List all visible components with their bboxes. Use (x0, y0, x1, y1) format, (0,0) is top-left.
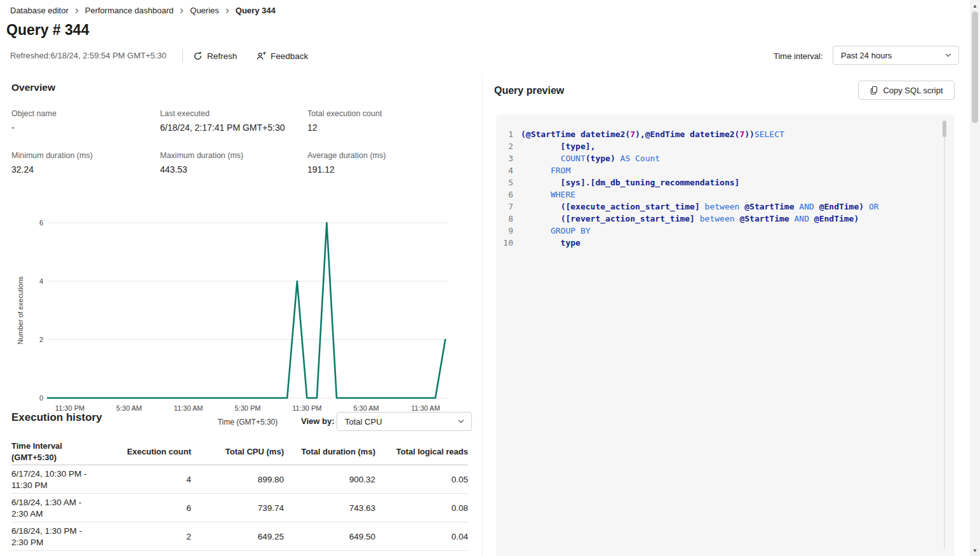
table-cell: 6 (126, 494, 191, 522)
copy-icon (869, 86, 878, 95)
sql-text: [sys].[dm_db_tuning_recommendations] (521, 176, 739, 189)
chevron-right-icon (74, 8, 80, 14)
chevron-right-icon (178, 8, 185, 14)
breadcrumb-item-queries[interactable]: Queries (190, 6, 219, 15)
executions-chart: 024611:30 PM5:30 AM11:30 AM5:30 PM11:30 … (0, 209, 473, 433)
line-number: 8 (496, 213, 513, 225)
refresh-label: Refresh (207, 51, 237, 61)
scroll-up-icon[interactable]: ▲ (970, 1, 980, 11)
table-cell: 4 (126, 465, 191, 493)
stat-label: Object name (11, 109, 160, 118)
sql-text: ([revert_action_start_time] between @Sta… (521, 213, 859, 225)
table-cell: 649.25 (191, 522, 284, 550)
line-number: 4 (496, 164, 513, 176)
refreshed-timestamp: Refreshed:6/18/24, 2:59:54 PM GMT+5:30 (10, 51, 166, 60)
table-cell: 739.74 (191, 494, 284, 522)
stat-value: - (11, 122, 160, 133)
column-header-execution-count: Execution count (126, 438, 191, 465)
table-cell: 0.05 (375, 465, 468, 493)
breadcrumb-item-performance-dashboard[interactable]: Performance dashboard (85, 6, 173, 15)
sql-text: ([execute_action_start_time] between @St… (521, 201, 879, 213)
stat-label: Average duration (ms) (307, 151, 460, 160)
sql-line: 10 type (496, 237, 955, 249)
breadcrumb-item-query-344[interactable]: Query 344 (236, 6, 276, 15)
copy-sql-label: Copy SQL script (883, 86, 943, 95)
view-by-dropdown[interactable]: Total CPU (337, 412, 472, 431)
chevron-down-icon (457, 418, 465, 425)
panel-divider (482, 75, 483, 556)
time-interval-dropdown[interactable]: Past 24 hours (833, 46, 959, 65)
stat-total-execution-count: Total execution count12 (307, 109, 460, 133)
view-by-value: Total CPU (345, 417, 382, 427)
column-header-total-cpu-ms: Total CPU (ms) (191, 438, 284, 465)
table-header-row: Time Interval(GMT+5:30)Execution countTo… (11, 438, 468, 465)
table-cell: 6/18/24, 1:30 AM -2:30 AM (11, 494, 126, 522)
svg-text:11:30 PM: 11:30 PM (292, 404, 321, 412)
svg-text:5:30 PM: 5:30 PM (235, 404, 261, 412)
table-cell: 899.80 (191, 465, 284, 493)
sql-line: 3 COUNT(type) AS Count (496, 152, 955, 164)
line-number: 3 (496, 152, 513, 164)
sql-text: WHERE (521, 189, 575, 201)
table-cell: 743.63 (284, 494, 375, 522)
svg-text:6: 6 (39, 219, 43, 227)
sql-text: (@StartTime datetime2(7),@EndTime dateti… (521, 128, 784, 140)
breadcrumb-item-database-editor[interactable]: Database editor (10, 6, 69, 15)
sql-code-block: 1(@StartTime datetime2(7),@EndTime datet… (496, 114, 955, 556)
sql-text: [type], (521, 140, 595, 152)
svg-text:5:30 AM: 5:30 AM (116, 404, 142, 412)
stat-value: 32.24 (11, 164, 160, 175)
stat-label: Last executed (160, 109, 307, 118)
svg-text:11:30 AM: 11:30 AM (411, 404, 440, 412)
overview-stats: Object name-Last executed6/18/24, 2:17:4… (11, 109, 464, 175)
overview-heading: Overview (11, 82, 55, 93)
view-by-label: View by: (301, 416, 335, 426)
table-cell: 2 (126, 522, 191, 550)
execution-history-heading: Execution history (11, 411, 102, 424)
stat-object-name: Object name- (11, 109, 160, 133)
sql-code-lines: 1(@StartTime datetime2(7),@EndTime datet… (496, 128, 955, 249)
breadcrumb: Database editorPerformance dashboardQuer… (10, 6, 276, 15)
sql-text: GROUP BY (521, 225, 591, 237)
feedback-icon (257, 51, 266, 61)
svg-text:2: 2 (39, 336, 43, 343)
refresh-icon (193, 51, 203, 61)
execution-history-table: Time Interval(GMT+5:30)Execution countTo… (11, 438, 468, 551)
code-scrollbar-track[interactable] (944, 121, 945, 548)
stat-last-executed: Last executed6/18/24, 2:17:41 PM GMT+5:3… (160, 109, 307, 133)
time-interval-value: Past 24 hours (841, 51, 892, 60)
sql-line: 2 [type], (496, 140, 955, 152)
svg-text:11:30 AM: 11:30 AM (174, 404, 203, 412)
page-scrollbar[interactable]: ▲ ▼ (970, 0, 980, 556)
line-number: 7 (496, 201, 513, 213)
line-number: 1 (496, 128, 513, 140)
sql-text: type (521, 237, 581, 249)
copy-sql-button[interactable]: Copy SQL script (858, 81, 955, 100)
sql-text: COUNT(type) AS Count (521, 152, 660, 164)
line-number: 6 (496, 189, 513, 201)
chevron-right-icon (224, 8, 231, 14)
table-cell: 900.32 (284, 465, 375, 493)
table-cell: 0.04 (375, 522, 468, 550)
column-header-time-interval: Time Interval(GMT+5:30) (11, 438, 126, 465)
query-details-page: Database editorPerformance dashboardQuer… (0, 0, 980, 556)
code-scrollbar-thumb[interactable] (943, 121, 946, 137)
stat-value: 6/18/24, 2:17:41 PM GMT+5:30 (160, 122, 307, 133)
svg-text:Number of executions: Number of executions (17, 276, 24, 344)
sql-text: FROM (521, 164, 570, 176)
feedback-button[interactable]: Feedback (257, 48, 308, 63)
page-title: Query # 344 (6, 22, 89, 39)
scroll-down-icon[interactable]: ▼ (970, 545, 980, 555)
refresh-button[interactable]: Refresh (193, 48, 237, 63)
time-interval-label: Time interval: (774, 51, 823, 61)
table-row: 6/18/24, 1:30 AM -2:30 AM6739.74743.630.… (11, 494, 468, 522)
stat-label: Minimum duration (ms) (11, 151, 160, 160)
sql-line: 7 ([execute_action_start_time] between @… (496, 201, 955, 213)
stat-minimum-duration-ms: Minimum duration (ms)32.24 (11, 151, 160, 175)
line-number: 9 (496, 225, 513, 237)
table-cell: 6/18/24, 1:30 PM -2:30 PM (11, 522, 126, 550)
stat-average-duration-ms: Average duration (ms)191.12 (307, 151, 460, 175)
line-number: 10 (496, 237, 513, 249)
page-scrollbar-thumb[interactable] (972, 11, 978, 123)
sql-line: 1(@StartTime datetime2(7),@EndTime datet… (496, 128, 955, 140)
